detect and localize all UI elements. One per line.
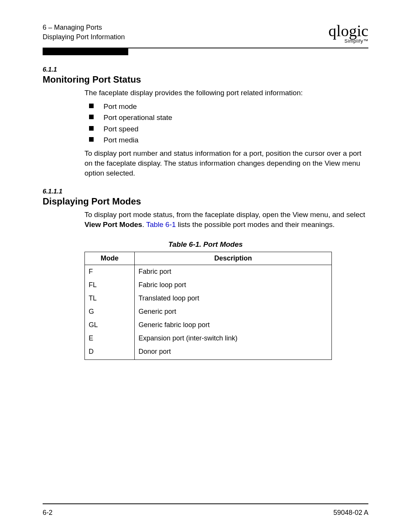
table-row: G Generic port (85, 305, 332, 318)
brand-logo: qlogic Simplify™ (328, 23, 368, 44)
section-title: Monitoring Port Status (43, 74, 368, 85)
section-title: Displaying Port Modes (43, 196, 368, 207)
page-footer: 6-2 59048-02 A (43, 503, 368, 517)
table-row: E Expansion port (inter-switch link) (85, 332, 332, 345)
table-reference-link[interactable]: Table 6-1 (146, 220, 176, 228)
table-row: GL Generic fabric loop port (85, 318, 332, 332)
subtitle-line: Displaying Port Information (43, 32, 125, 42)
section2-paragraph: To display port mode status, from the fa… (84, 210, 368, 229)
logo-name: qlogic (328, 23, 368, 39)
table-row: FL Fabric loop port (85, 278, 332, 292)
document-id: 59048-02 A (333, 509, 368, 517)
chapter-line: 6 – Managing Ports (43, 23, 125, 32)
table-header-description: Description (135, 252, 332, 265)
page-number: 6-2 (43, 509, 53, 517)
bullet-list: Port mode Port operational state Port sp… (84, 101, 368, 146)
list-item: Port media (84, 134, 368, 145)
table-row: D Donor port (85, 345, 332, 360)
list-item: Port operational state (84, 112, 368, 123)
list-item: Port mode (84, 101, 368, 112)
bold-phrase: View Port Modes (84, 220, 142, 228)
table-row: F Fabric port (85, 265, 332, 278)
table-caption: Table 6-1. Port Modes (43, 240, 368, 249)
section-number: 6.1.1 (43, 66, 368, 73)
table-row: TL Translated loop port (85, 292, 332, 305)
section-number: 6.1.1.1 (43, 188, 368, 195)
table-header-mode: Mode (85, 252, 135, 265)
port-modes-table: Mode Description F Fabric port FL Fabric… (84, 252, 332, 360)
header-tab-bar (43, 48, 128, 55)
intro-paragraph: The faceplate display provides the follo… (84, 88, 368, 98)
page-header: 6 – Managing Ports Displaying Port Infor… (43, 23, 368, 44)
list-item: Port speed (84, 123, 368, 134)
outro-paragraph: To display port number and status inform… (84, 149, 368, 178)
